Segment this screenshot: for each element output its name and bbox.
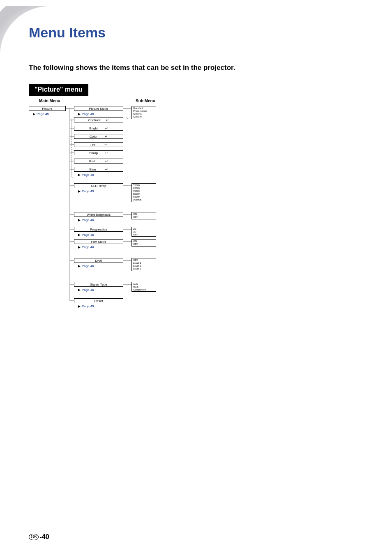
main-item-picture-page: Page 45 <box>33 112 49 116</box>
sub-film: ON OFF <box>131 239 156 247</box>
mid-sharp: Sharp ↵ <box>74 150 123 155</box>
sub-white: ON OFF <box>131 212 156 219</box>
sub-picturemode: Standard Presentation Cinema Custom <box>131 106 156 119</box>
intro-text: The following shows the items that can b… <box>29 64 235 72</box>
enter-icon: ↵ <box>106 118 109 122</box>
main-item-picture: Picture <box>29 106 66 111</box>
enter-icon: ↵ <box>105 127 108 130</box>
page-title: Menu Items <box>29 25 106 41</box>
mid-film-pref: Page 46 <box>78 245 94 249</box>
mid-red: Red ↵ <box>74 159 123 164</box>
enter-icon: ↵ <box>105 159 108 163</box>
pointer-arrow-icon <box>78 289 81 291</box>
pointer-arrow-icon <box>78 190 81 193</box>
mid-white-pref: Page 46 <box>78 218 94 222</box>
mid-white: White Emphasis <box>74 212 123 217</box>
enter-icon: ↵ <box>105 151 108 155</box>
mid-clrtemp-pref: Page 45 <box>78 189 94 193</box>
mid-reset-pref: Page 45 <box>78 304 94 308</box>
mid-dnr: DNR <box>74 258 123 263</box>
region-badge: GB <box>29 534 39 540</box>
page-number: -40 <box>39 533 49 541</box>
mid-picture-mode: Picture Mode <box>74 106 123 111</box>
mid-film: Film Mode <box>74 239 123 244</box>
mid-blue-pref: Page 45 <box>78 173 94 177</box>
mid-signal: Signal Type <box>74 282 123 287</box>
mid-color: Color ↵ <box>74 134 123 139</box>
mid-progressive-pref: Page 46 <box>78 233 94 237</box>
mid-contrast: Contrast ↵ <box>74 118 123 122</box>
pointer-arrow-icon <box>78 265 81 267</box>
mid-clrtemp: CLR Temp <box>74 183 123 188</box>
mid-tint: Tint ↵ <box>74 142 123 147</box>
mid-bright: Bright ↵ <box>74 126 123 131</box>
enter-icon: ↵ <box>105 168 108 171</box>
mid-dnr-pref: Page 46 <box>78 264 94 268</box>
sub-dnr: OFF Level 1 Level 2 Level 3 <box>131 258 156 271</box>
page-footer: GB -40 <box>29 533 49 541</box>
pointer-arrow-icon <box>33 113 35 115</box>
mid-blue: Blue ↵ <box>74 167 123 172</box>
mid-reset: Reset <box>74 298 123 303</box>
enter-icon: ↵ <box>104 143 107 147</box>
section-heading: "Picture" menu <box>29 84 88 96</box>
sub-progressive: 2D 3D OFF <box>131 227 156 237</box>
enter-icon: ↵ <box>105 135 108 138</box>
mid-progressive: Progressive <box>74 227 123 232</box>
pointer-arrow-icon <box>78 246 81 249</box>
mid-picture-mode-pref: Page 45 <box>78 112 94 116</box>
sub-clrtemp: 5500K 6500K 7500K 8500K 9300K 10500K <box>131 183 156 202</box>
pointer-arrow-icon <box>78 219 81 221</box>
mid-signal-pref: Page 46 <box>78 288 94 292</box>
pointer-arrow-icon <box>78 113 81 115</box>
pointer-arrow-icon <box>78 305 81 308</box>
pointer-arrow-icon <box>78 234 81 236</box>
pointer-arrow-icon <box>78 174 81 176</box>
sub-signal: Auto RGB Component <box>131 282 156 292</box>
